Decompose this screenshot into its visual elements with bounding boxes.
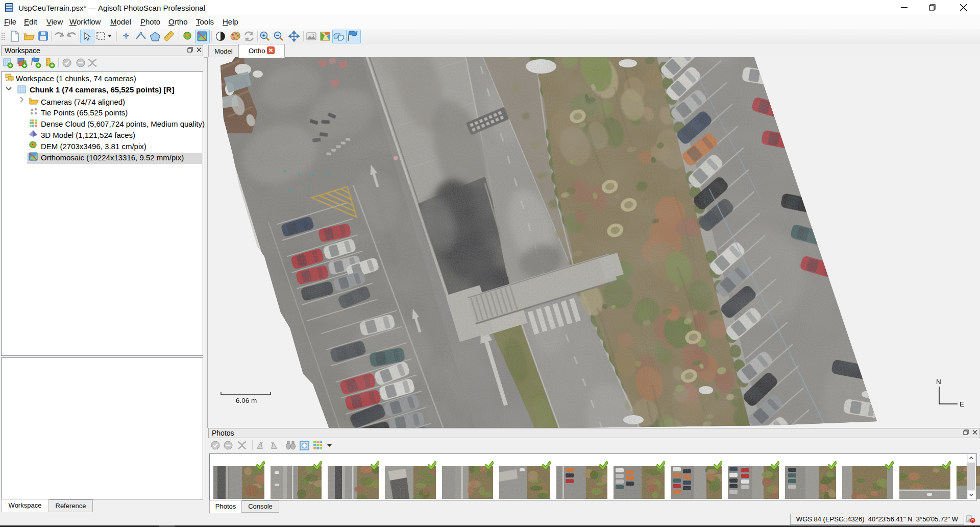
svg-text:E: E: [960, 400, 964, 408]
svg-text:N: N: [936, 378, 941, 386]
svg-text:6.06 m: 6.06 m: [236, 397, 257, 404]
